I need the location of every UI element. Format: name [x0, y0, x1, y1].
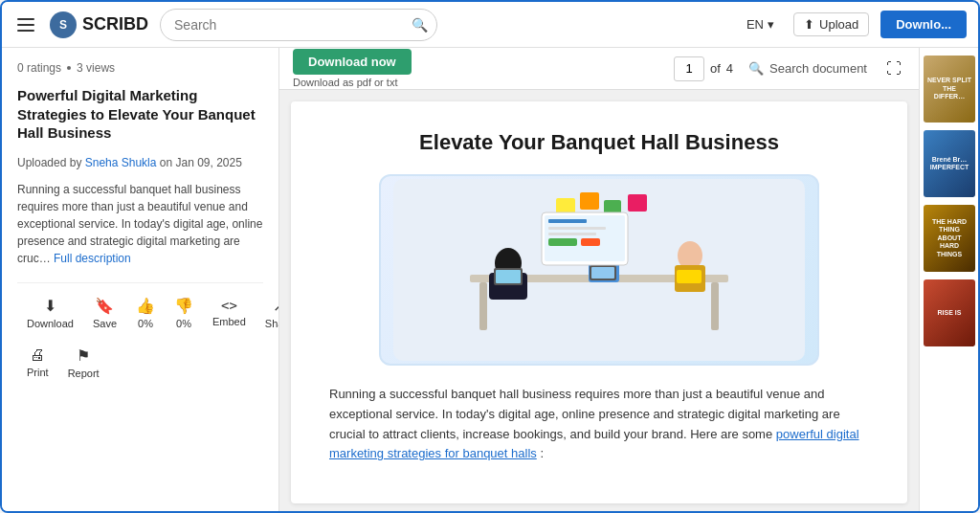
page-of-label: of	[710, 61, 721, 76]
page-input[interactable]	[674, 56, 704, 81]
ratings-text: 0 ratings	[17, 61, 61, 75]
language-selector[interactable]: EN ▾	[739, 13, 782, 35]
download-icon: ⬇	[44, 297, 56, 315]
author-prefix: Uploaded by	[17, 156, 81, 169]
book-item-1[interactable]: NEVER SPLIT THE DIFFER…	[924, 56, 975, 123]
upload-button[interactable]: ⬆ Upload	[793, 12, 869, 36]
embed-action-button[interactable]: <> Embed	[203, 294, 256, 331]
svg-rect-14	[591, 267, 614, 279]
save-label: Save	[93, 318, 117, 329]
svg-rect-7	[496, 270, 521, 283]
search-doc-icon: 🔍	[748, 61, 764, 76]
book-item-4[interactable]: RISE IS	[924, 279, 975, 346]
views-text: 3 views	[77, 61, 115, 75]
document-toolbar: Download now Download as pdf or txt of 4…	[279, 48, 919, 90]
book-item-3[interactable]: THE HARD THING ABOUT HARD THINGS	[924, 205, 975, 272]
svg-rect-26	[548, 233, 596, 235]
like-icon: 👍	[136, 297, 155, 315]
svg-rect-28	[581, 238, 600, 246]
author-suffix: on Jan 09, 2025	[160, 156, 242, 169]
sidebar: 0 ratings 3 views Powerful Digital Marke…	[2, 48, 279, 513]
book-title-3: THE HARD THING ABOUT HARD THINGS	[924, 214, 975, 262]
download-label: Download	[27, 318, 74, 329]
upload-label: Upload	[819, 17, 858, 32]
svg-rect-25	[548, 227, 606, 230]
body-suffix: :	[540, 446, 544, 460]
logo-icon: S	[50, 11, 77, 38]
embed-icon: <>	[221, 298, 237, 313]
svg-rect-24	[548, 219, 587, 223]
embed-label: Embed	[212, 316, 246, 327]
dislike-icon: 👎	[174, 297, 193, 315]
svg-rect-3	[711, 282, 719, 330]
book-title-1: NEVER SPLIT THE DIFFER…	[924, 73, 975, 104]
search-icon: 🔍	[412, 17, 428, 33]
logo-text: SCRIBD	[82, 14, 148, 34]
report-icon: ⚑	[77, 346, 90, 365]
like-action-button[interactable]: 👍 0%	[126, 293, 165, 333]
search-bar: 🔍	[160, 9, 437, 41]
document-heading: Elevate Your Banquet Hall Business	[329, 130, 869, 155]
main-layout: 0 ratings 3 views Powerful Digital Marke…	[2, 48, 978, 513]
action-bar-2: 🖨 Print ⚑ Report	[17, 343, 263, 383]
print-label: Print	[27, 367, 49, 378]
page-total: 4	[726, 61, 733, 76]
svg-rect-2	[479, 282, 487, 330]
document-body: Running a successful banquet hall busine…	[329, 385, 869, 464]
download-as-label: Download as pdf or txt	[293, 77, 412, 88]
search-input[interactable]	[160, 9, 437, 41]
svg-rect-17	[677, 270, 702, 283]
upload-icon: ⬆	[804, 17, 814, 32]
download-now-button[interactable]: Download now	[293, 49, 412, 75]
save-icon: 🔖	[95, 297, 114, 315]
right-panel: NEVER SPLIT THE DIFFER… Brené Br… IMPERF…	[919, 48, 978, 513]
share-icon: ↗	[273, 297, 279, 315]
sidebar-meta: 0 ratings 3 views	[17, 61, 263, 75]
book-title-4: RISE IS	[934, 305, 966, 321]
search-document-button[interactable]: 🔍 Search document	[748, 61, 867, 76]
logo[interactable]: S SCRIBD	[50, 11, 148, 38]
share-label: Share	[265, 318, 279, 329]
document-image	[379, 174, 819, 366]
share-action-button[interactable]: ↗ Share	[256, 293, 279, 333]
like-label: 0%	[138, 318, 153, 329]
body-text: Running a successful banquet hall busine…	[329, 387, 840, 441]
dislike-action-button[interactable]: 👎 0%	[165, 293, 203, 333]
author-name-link[interactable]: Sneha Shukla	[85, 156, 157, 169]
download-action-button[interactable]: ⬇ Download	[17, 293, 83, 333]
nav-download-button[interactable]: Downlo...	[880, 11, 967, 38]
action-bar: ⬇ Download 🔖 Save 👍 0% 👎 0% <> Embed ↗	[17, 282, 263, 333]
hamburger-menu[interactable]	[13, 14, 38, 35]
search-doc-label: Search document	[769, 61, 867, 76]
print-action-button[interactable]: 🖨 Print	[17, 343, 58, 382]
svg-rect-21	[628, 194, 647, 212]
book-item-2[interactable]: Brené Br… IMPERFECT	[924, 130, 975, 197]
fullscreen-button[interactable]: ⛶	[882, 58, 905, 79]
report-label: Report	[68, 368, 100, 379]
svg-rect-19	[580, 192, 599, 210]
report-action-button[interactable]: ⚑ Report	[58, 343, 109, 383]
dislike-label: 0%	[176, 318, 191, 329]
separator-dot	[67, 66, 71, 70]
document-description: Running a successful banquet hall busine…	[17, 181, 263, 267]
full-description-link[interactable]: Full description	[54, 252, 131, 265]
save-action-button[interactable]: 🔖 Save	[83, 293, 126, 333]
content-area: Download now Download as pdf or txt of 4…	[279, 48, 919, 513]
page-navigation: of 4	[674, 56, 733, 81]
print-icon: 🖨	[30, 346, 45, 364]
document-page: Elevate Your Banquet Hall Business	[291, 101, 907, 503]
document-title: Powerful Digital Marketing Strategies to…	[17, 86, 263, 143]
author-info: Uploaded by Sneha Shukla on Jan 09, 2025	[17, 156, 263, 169]
svg-rect-27	[548, 238, 577, 246]
language-label: EN	[746, 17, 764, 32]
book-title-2: Brené Br… IMPERFECT	[924, 152, 975, 176]
navbar: S SCRIBD 🔍 EN ▾ ⬆ Upload Downlo...	[2, 2, 978, 48]
language-arrow-icon: ▾	[768, 17, 774, 32]
